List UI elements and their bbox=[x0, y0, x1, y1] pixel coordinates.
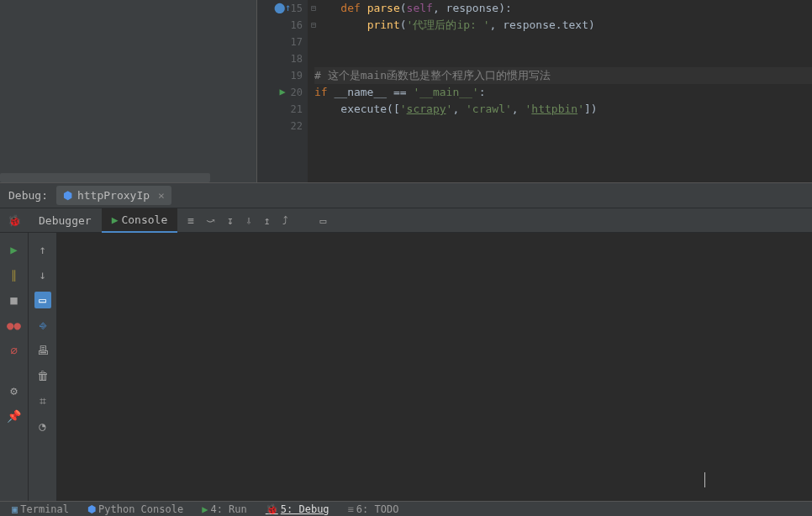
console-actions-column: ↑ ↓ ▭ ⎆ 🖶 🗑 ⌗ ◔ bbox=[29, 233, 57, 501]
builtin: print bbox=[367, 18, 400, 31]
keyword: if bbox=[314, 86, 328, 98]
function-name: parse bbox=[367, 2, 400, 14]
python-icon: ⬢ bbox=[87, 503, 96, 515]
run-icon[interactable]: ▶ bbox=[277, 87, 287, 97]
rerun-icon[interactable]: ▶ bbox=[6, 241, 23, 258]
print-icon[interactable]: 🖶 bbox=[34, 342, 51, 359]
show-prompt-icon[interactable]: ⎆ bbox=[34, 317, 51, 334]
debug-tab-name: httpProxyIp bbox=[77, 189, 150, 202]
project-tool-placeholder bbox=[0, 0, 256, 182]
step-over-icon[interactable]: ⤻ bbox=[206, 214, 215, 227]
evaluate-icon[interactable]: ▭ bbox=[320, 214, 327, 227]
terminal-icon: ▣ bbox=[12, 503, 18, 515]
fold-icon[interactable]: ⊟ bbox=[311, 17, 316, 34]
console-icon: ▶ bbox=[112, 213, 119, 226]
run-tool[interactable]: ▶4: Run bbox=[202, 503, 247, 515]
code-text: , response.text) bbox=[490, 18, 595, 31]
horizontal-scrollbar[interactable] bbox=[0, 173, 210, 182]
calc-icon[interactable]: ⌗ bbox=[34, 392, 51, 409]
string-link[interactable]: scrapy bbox=[407, 103, 446, 115]
comment: # 这个是main函数也是整个程序入口的惯用写法 bbox=[314, 69, 551, 82]
keyword: def bbox=[340, 2, 360, 14]
params: , response): bbox=[433, 2, 512, 14]
run-icon: ▶ bbox=[202, 503, 208, 515]
step-out-icon[interactable]: ↥ bbox=[264, 214, 271, 227]
code-body[interactable]: def parse(self, response): print('代理后的ip… bbox=[308, 0, 812, 182]
pin-icon[interactable]: 📌 bbox=[6, 408, 23, 424]
close-icon[interactable]: × bbox=[155, 189, 165, 202]
string-link[interactable]: httpbin bbox=[531, 103, 577, 115]
view-breakpoints-icon[interactable]: ●● bbox=[6, 317, 23, 334]
pause-icon[interactable]: ∥ bbox=[6, 266, 23, 283]
settings-icon[interactable]: ⚙ bbox=[6, 382, 23, 399]
menu-icon[interactable]: ≡ bbox=[187, 214, 194, 227]
code-editor[interactable]: 15 ⬤↑ ⊟ 16 ⊟ 17 18 19 20 ▶ 21 22 def par… bbox=[256, 0, 812, 182]
dunder: __name__ bbox=[334, 86, 387, 98]
debug-run-config-tab[interactable]: ⬢ httpProxyIp × bbox=[56, 186, 171, 205]
self-param: self bbox=[407, 2, 433, 14]
debug-actions-column: ▶ ∥ ■ ●● ⌀ ⚙ 📌 bbox=[0, 233, 29, 501]
use-console-icon[interactable]: ▭ bbox=[34, 292, 51, 308]
python-file-icon: ⬢ bbox=[63, 189, 72, 202]
debug-label: Debug: bbox=[0, 189, 56, 202]
terminal-tool[interactable]: ▣Terminal bbox=[12, 503, 69, 515]
history-icon[interactable]: ◔ bbox=[34, 418, 51, 434]
bug-icon: 🐞 bbox=[266, 503, 278, 515]
bug-icon[interactable]: 🐞 bbox=[8, 214, 21, 227]
clear-icon[interactable]: 🗑 bbox=[34, 367, 51, 384]
override-icon[interactable]: ⬤↑ bbox=[277, 3, 287, 13]
debug-tabs-row: 🐞 Debugger ▶Console ≡ ⤻ ↧ ⇩ ↥ ⤴ ▭ bbox=[0, 208, 812, 233]
tab-console[interactable]: ▶Console bbox=[102, 208, 178, 233]
todo-tool[interactable]: ≡6: TODO bbox=[348, 503, 399, 515]
todo-icon: ≡ bbox=[348, 503, 354, 515]
up-icon[interactable]: ↑ bbox=[34, 241, 51, 258]
tab-debugger[interactable]: Debugger bbox=[29, 209, 102, 232]
string: '代理后的ip: ' bbox=[407, 18, 490, 31]
stop-icon[interactable]: ■ bbox=[6, 292, 23, 308]
python-console-tool[interactable]: ⬢Python Console bbox=[87, 503, 183, 515]
down-icon[interactable]: ↓ bbox=[34, 266, 51, 283]
debug-tool[interactable]: 🐞5: Debug bbox=[266, 503, 330, 515]
console-output[interactable] bbox=[57, 233, 812, 501]
mute-breakpoints-icon[interactable]: ⌀ bbox=[6, 342, 23, 359]
status-bar: ▣Terminal ⬢Python Console ▶4: Run 🐞5: De… bbox=[0, 501, 812, 516]
text-cursor bbox=[704, 472, 705, 487]
editor-gutter[interactable]: 15 ⬤↑ ⊟ 16 ⊟ 17 18 19 20 ▶ 21 22 bbox=[257, 0, 308, 182]
step-into-icon[interactable]: ↧ bbox=[227, 214, 234, 227]
call: execute bbox=[340, 103, 387, 115]
debug-tool-header: Debug: ⬢ httpProxyIp × bbox=[0, 182, 812, 208]
string: 'crawl' bbox=[466, 103, 512, 115]
fold-icon[interactable]: ⊟ bbox=[311, 0, 316, 17]
step-into-my-icon[interactable]: ⇩ bbox=[245, 214, 252, 227]
run-to-cursor-icon[interactable]: ⤴ bbox=[282, 214, 288, 227]
string: '__main__' bbox=[413, 86, 478, 98]
debug-console: ▶ ∥ ■ ●● ⌀ ⚙ 📌 ↑ ↓ ▭ ⎆ 🖶 🗑 ⌗ ◔ bbox=[0, 233, 812, 501]
